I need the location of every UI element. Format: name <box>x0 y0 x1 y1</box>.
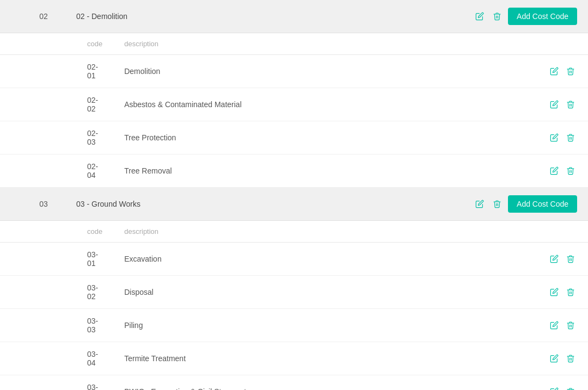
row-actions-cell <box>537 342 588 375</box>
row-description: Tree Protection <box>113 121 537 154</box>
row-actions-cell <box>537 154 588 188</box>
section-03: 0303 - Ground Works Add Cost Codecodedes… <box>0 188 588 390</box>
row-actions <box>548 98 577 111</box>
row-actions <box>548 385 577 390</box>
row-code: 03-04 <box>0 342 113 375</box>
section-title-03: 03 - Ground Works <box>76 200 473 208</box>
row-description: Excavation <box>113 243 537 276</box>
table-row: 03-05BWIC - Excavation & Civil Stormwate… <box>0 375 588 391</box>
section-title-02: 02 - Demolition <box>76 12 473 21</box>
cost-codes-table-03: codedescription03-01Excavation 03-02Disp… <box>0 221 588 390</box>
section-number-03: 03 <box>11 200 76 208</box>
row-edit-button[interactable] <box>548 319 561 332</box>
row-description: Disposal <box>113 276 537 309</box>
row-edit-button[interactable] <box>548 286 561 299</box>
add-cost-code-button-03[interactable]: Add Cost Code <box>508 195 577 213</box>
column-header-code: code <box>0 221 113 243</box>
row-actions-cell <box>537 121 588 154</box>
row-description: Piling <box>113 309 537 342</box>
section-edit-button-02[interactable] <box>473 10 486 23</box>
column-header-actions <box>537 33 588 55</box>
section-actions-03: Add Cost Code <box>473 195 577 213</box>
row-code: 03-01 <box>0 243 113 276</box>
row-actions <box>548 286 577 299</box>
row-description: Asbestos & Contaminated Material <box>113 88 537 121</box>
row-actions-cell <box>537 309 588 342</box>
row-actions <box>548 65 577 78</box>
column-header-actions <box>537 221 588 243</box>
section-actions-02: Add Cost Code <box>473 8 577 25</box>
column-header-description: description <box>113 33 537 55</box>
row-edit-button[interactable] <box>548 65 561 78</box>
table-row: 03-02Disposal <box>0 276 588 309</box>
row-description: Termite Treatment <box>113 342 537 375</box>
row-edit-button[interactable] <box>548 352 561 365</box>
row-delete-button[interactable] <box>564 164 577 177</box>
row-edit-button[interactable] <box>548 131 561 144</box>
row-code: 02-04 <box>0 154 113 188</box>
row-code: 03-03 <box>0 309 113 342</box>
section-edit-button-03[interactable] <box>473 197 486 211</box>
row-actions <box>548 319 577 332</box>
table-row: 03-03Piling <box>0 309 588 342</box>
row-delete-button[interactable] <box>564 352 577 365</box>
row-actions <box>548 131 577 144</box>
table-row: 03-01Excavation <box>0 243 588 276</box>
section-02: 0202 - Demolition Add Cost Codecodedescr… <box>0 0 588 188</box>
row-code: 02-03 <box>0 121 113 154</box>
column-header-code: code <box>0 33 113 55</box>
table-row: 02-02Asbestos & Contaminated Material <box>0 88 588 121</box>
row-code: 03-05 <box>0 375 113 391</box>
table-row: 02-01Demolition <box>0 55 588 88</box>
table-row: 03-04Termite Treatment <box>0 342 588 375</box>
row-description: Demolition <box>113 55 537 88</box>
add-cost-code-button-02[interactable]: Add Cost Code <box>508 8 577 25</box>
table-header-row: codedescription <box>0 33 588 55</box>
row-edit-button[interactable] <box>548 385 561 390</box>
row-actions <box>548 164 577 177</box>
row-delete-button[interactable] <box>564 131 577 144</box>
row-delete-button[interactable] <box>564 98 577 111</box>
row-actions <box>548 352 577 365</box>
row-code: 02-02 <box>0 88 113 121</box>
row-delete-button[interactable] <box>564 252 577 265</box>
column-header-description: description <box>113 221 537 243</box>
row-actions-cell <box>537 88 588 121</box>
page-container: 0202 - Demolition Add Cost Codecodedescr… <box>0 0 588 390</box>
row-actions <box>548 252 577 265</box>
row-code: 03-02 <box>0 276 113 309</box>
row-delete-button[interactable] <box>564 65 577 78</box>
table-header-row: codedescription <box>0 221 588 243</box>
row-actions-cell <box>537 243 588 276</box>
section-header-03: 0303 - Ground Works Add Cost Code <box>0 188 588 221</box>
table-row: 02-04Tree Removal <box>0 154 588 188</box>
section-delete-button-02[interactable] <box>491 10 504 23</box>
cost-codes-table-02: codedescription02-01Demolition 02-02Asbe… <box>0 33 588 188</box>
row-edit-button[interactable] <box>548 164 561 177</box>
table-row: 02-03Tree Protection <box>0 121 588 154</box>
row-actions-cell <box>537 276 588 309</box>
row-delete-button[interactable] <box>564 286 577 299</box>
row-actions-cell <box>537 375 588 391</box>
row-actions-cell <box>537 55 588 88</box>
section-number-02: 02 <box>11 12 76 21</box>
row-code: 02-01 <box>0 55 113 88</box>
row-edit-button[interactable] <box>548 98 561 111</box>
row-description: Tree Removal <box>113 154 537 188</box>
section-delete-button-03[interactable] <box>491 197 504 211</box>
row-edit-button[interactable] <box>548 252 561 265</box>
row-description: BWIC - Excavation & Civil Stormwater <box>113 375 537 391</box>
section-header-02: 0202 - Demolition Add Cost Code <box>0 0 588 33</box>
row-delete-button[interactable] <box>564 385 577 390</box>
row-delete-button[interactable] <box>564 319 577 332</box>
